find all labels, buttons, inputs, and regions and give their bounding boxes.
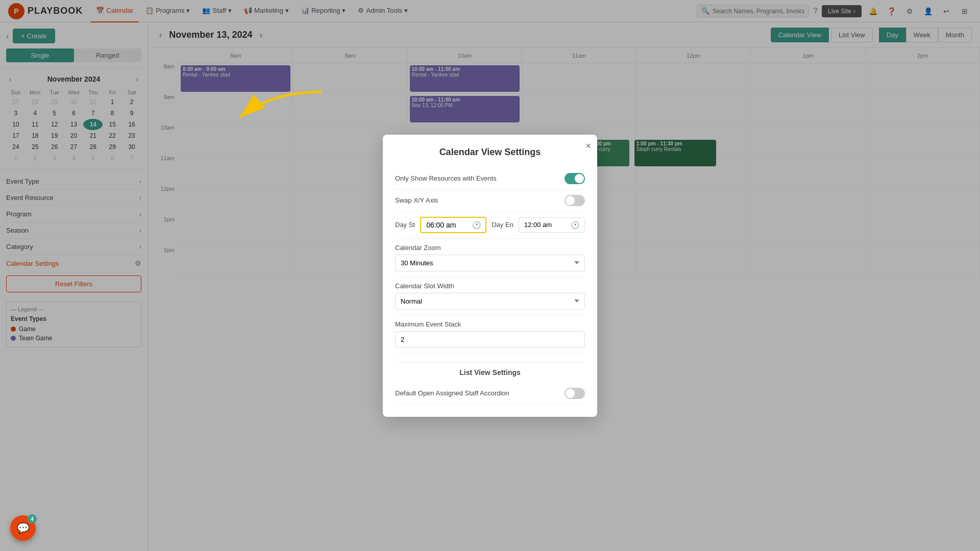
modal-row-slot-width: Calendar Slot Width Narrow Normal Wide: [395, 277, 585, 315]
modal-label-slot-width: Calendar Slot Width: [395, 282, 454, 290]
modal-label-swap-axis: Swap X/Y Axis: [395, 196, 438, 204]
toggle-knob: [566, 196, 575, 205]
time-end-clock-icon: 🕐: [571, 221, 579, 229]
time-clock-icon: 🕐: [472, 221, 481, 229]
modal-row-max-stack: Maximum Event Stack: [395, 315, 585, 354]
calendar-zoom-select[interactable]: 15 Minutes 30 Minutes 60 Minutes: [395, 255, 585, 271]
day-end-input-box[interactable]: 🕐: [519, 217, 585, 233]
modal-row-swap-axis: Swap X/Y Axis: [395, 190, 585, 212]
staff-accordion-toggle[interactable]: [565, 388, 585, 399]
modal-row-resources: Only Show Resources with Events: [395, 168, 585, 190]
modal-row-time: Day St 🕐 Day En 🕐: [395, 212, 585, 239]
modal-row-zoom: Calendar Zoom 15 Minutes 30 Minutes 60 M…: [395, 239, 585, 277]
modal-label-zoom: Calendar Zoom: [395, 244, 441, 252]
time-input-wrapper: 🕐: [420, 217, 486, 233]
day-start-input[interactable]: [426, 221, 472, 229]
chat-icon: 💬: [17, 522, 30, 534]
modal-label-max-stack: Maximum Event Stack: [395, 320, 461, 328]
modal-title: Calendar View Settings: [395, 147, 585, 158]
day-end-input[interactable]: [524, 221, 560, 229]
list-view-settings-title: List View Settings: [395, 362, 585, 377]
toggle-knob: [575, 174, 584, 183]
toggle-knob: [566, 389, 575, 398]
modal-label-resources: Only Show Resources with Events: [395, 174, 497, 182]
modal-row-staff-accordion: Default Open Assigned Staff Accordion: [395, 383, 585, 405]
modal-label-staff-accordion: Default Open Assigned Staff Accordion: [395, 389, 509, 397]
chat-bubble[interactable]: 💬 4: [10, 515, 36, 541]
modal-overlay[interactable]: × Calendar View Settings Only Show Resou…: [0, 0, 980, 551]
modal-close-button[interactable]: ×: [585, 141, 591, 152]
modal-label-day-start: Day St: [395, 221, 415, 229]
calendar-settings-modal: × Calendar View Settings Only Show Resou…: [383, 135, 597, 417]
modal-label-day-end: Day En: [492, 221, 513, 229]
day-start-input-box[interactable]: 🕐: [420, 217, 486, 233]
chat-badge: 4: [28, 514, 37, 523]
swap-axis-toggle[interactable]: [565, 195, 585, 206]
resources-toggle[interactable]: [565, 173, 585, 184]
slot-width-select[interactable]: Narrow Normal Wide: [395, 293, 585, 310]
max-stack-input[interactable]: [395, 331, 585, 348]
